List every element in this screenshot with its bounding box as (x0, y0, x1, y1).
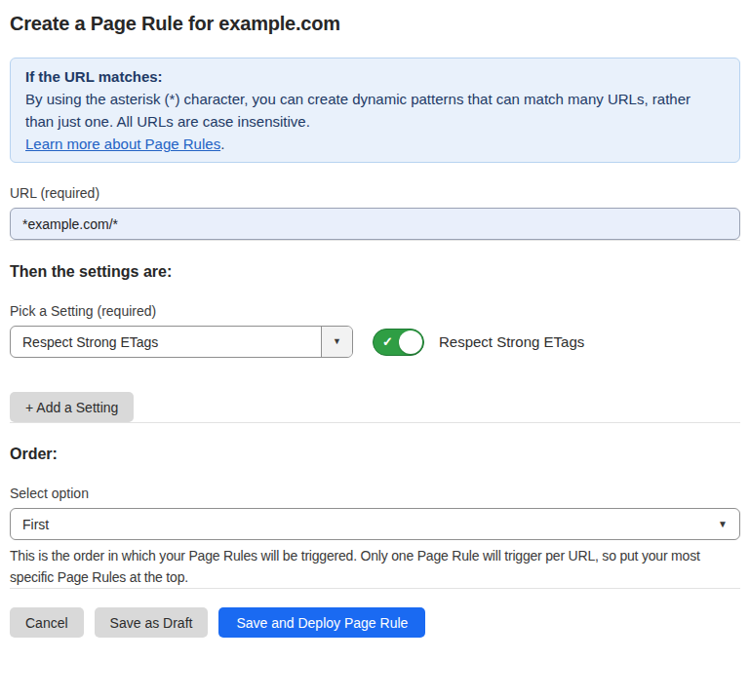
link-suffix: . (220, 136, 224, 152)
url-label: URL (required) (10, 185, 740, 201)
pick-setting-label: Pick a Setting (required) (10, 303, 740, 319)
order-select[interactable]: First ▼ (10, 508, 740, 540)
order-select-value: First (22, 517, 49, 532)
url-input[interactable] (10, 208, 740, 240)
save-and-deploy-button[interactable]: Save and Deploy Page Rule (218, 607, 425, 638)
settings-section-heading: Then the settings are: (10, 263, 740, 281)
check-icon: ✓ (382, 335, 393, 348)
setting-toggle[interactable]: ✓ (373, 329, 424, 356)
section-divider (10, 240, 740, 241)
order-section-heading: Order: (10, 446, 740, 463)
learn-more-link[interactable]: Learn more about Page Rules (25, 136, 220, 152)
toggle-label: Respect Strong ETags (439, 333, 584, 350)
footer-divider (10, 588, 740, 589)
footer-actions: Cancel Save as Draft Save and Deploy Pag… (10, 607, 740, 638)
setting-select-value: Respect Strong ETags (11, 334, 158, 350)
save-as-draft-button[interactable]: Save as Draft (95, 607, 209, 638)
info-box-heading: If the URL matches: (25, 65, 725, 88)
toggle-knob (399, 331, 422, 354)
order-help-text: This is the order in which your Page Rul… (10, 545, 740, 588)
create-page-rule-form: Create a Page Rule for example.com If th… (0, 13, 750, 638)
page-title: Create a Page Rule for example.com (10, 13, 740, 35)
section-divider (10, 422, 740, 423)
info-box-body: By using the asterisk (*) character, you… (25, 88, 712, 133)
cancel-button[interactable]: Cancel (10, 607, 84, 638)
order-select-label: Select option (10, 486, 740, 501)
setting-select[interactable]: Respect Strong ETags ▼ (10, 326, 353, 358)
setting-row: Respect Strong ETags ▼ ✓ Respect Strong … (10, 326, 740, 358)
url-match-info-box: If the URL matches: By using the asteris… (10, 58, 740, 163)
chevron-down-icon: ▼ (718, 520, 728, 529)
setting-select-arrow-button[interactable]: ▼ (321, 327, 352, 357)
info-box-link-line: Learn more about Page Rules. (25, 133, 725, 155)
chevron-down-icon: ▼ (333, 337, 341, 346)
add-setting-button[interactable]: + Add a Setting (10, 392, 134, 422)
